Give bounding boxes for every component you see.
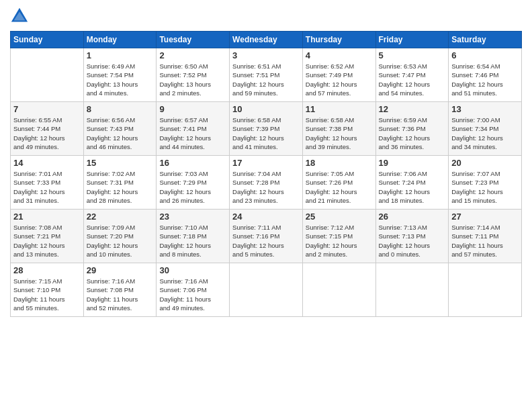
day-info: Sunrise: 6:51 AM Sunset: 7:51 PM Dayligh… — [232, 62, 300, 97]
calendar-cell — [302, 263, 375, 317]
calendar-cell: 30Sunrise: 7:16 AM Sunset: 7:06 PM Dayli… — [157, 263, 230, 317]
day-number: 6 — [451, 50, 519, 60]
day-number: 2 — [159, 50, 226, 60]
calendar-cell: 1Sunrise: 6:49 AM Sunset: 7:54 PM Daylig… — [83, 48, 157, 102]
calendar-header-monday: Monday — [83, 32, 157, 48]
calendar-cell: 11Sunrise: 6:58 AM Sunset: 7:38 PM Dayli… — [302, 102, 375, 156]
day-info: Sunrise: 7:11 AM Sunset: 7:16 PM Dayligh… — [232, 223, 300, 259]
day-number: 27 — [451, 212, 519, 222]
day-number: 25 — [306, 212, 373, 222]
day-number: 13 — [451, 104, 519, 114]
logo — [10, 7, 32, 26]
calendar-cell: 13Sunrise: 7:00 AM Sunset: 7:34 PM Dayli… — [449, 102, 522, 156]
day-number: 24 — [232, 212, 300, 222]
day-info: Sunrise: 7:14 AM Sunset: 7:11 PM Dayligh… — [451, 223, 519, 259]
calendar-week-4: 21Sunrise: 7:08 AM Sunset: 7:21 PM Dayli… — [11, 210, 522, 263]
calendar-cell: 15Sunrise: 7:02 AM Sunset: 7:31 PM Dayli… — [83, 156, 157, 210]
day-number: 28 — [13, 265, 81, 275]
calendar-cell: 12Sunrise: 6:59 AM Sunset: 7:36 PM Dayli… — [375, 102, 449, 156]
calendar-cell — [11, 48, 84, 102]
calendar: SundayMondayTuesdayWednesdayThursdayFrid… — [10, 31, 522, 317]
calendar-cell: 21Sunrise: 7:08 AM Sunset: 7:21 PM Dayli… — [11, 210, 84, 263]
day-info: Sunrise: 7:10 AM Sunset: 7:18 PM Dayligh… — [159, 223, 226, 259]
calendar-cell: 10Sunrise: 6:58 AM Sunset: 7:39 PM Dayli… — [230, 102, 303, 156]
day-number: 8 — [87, 104, 154, 114]
calendar-week-2: 7Sunrise: 6:55 AM Sunset: 7:44 PM Daylig… — [11, 102, 522, 156]
day-info: Sunrise: 7:06 AM Sunset: 7:24 PM Dayligh… — [379, 169, 446, 205]
day-info: Sunrise: 6:55 AM Sunset: 7:44 PM Dayligh… — [13, 116, 81, 151]
day-number: 23 — [159, 212, 226, 222]
day-info: Sunrise: 7:03 AM Sunset: 7:29 PM Dayligh… — [159, 169, 226, 205]
calendar-cell — [449, 263, 522, 317]
calendar-header-row: SundayMondayTuesdayWednesdayThursdayFrid… — [11, 32, 522, 48]
day-number: 16 — [159, 158, 226, 168]
calendar-week-1: 1Sunrise: 6:49 AM Sunset: 7:54 PM Daylig… — [11, 48, 522, 102]
day-info: Sunrise: 6:59 AM Sunset: 7:36 PM Dayligh… — [379, 116, 446, 151]
day-number: 12 — [379, 104, 446, 114]
calendar-cell: 17Sunrise: 7:04 AM Sunset: 7:28 PM Dayli… — [230, 156, 303, 210]
day-info: Sunrise: 7:09 AM Sunset: 7:20 PM Dayligh… — [87, 223, 154, 259]
calendar-cell: 29Sunrise: 7:16 AM Sunset: 7:08 PM Dayli… — [83, 263, 157, 317]
day-info: Sunrise: 7:05 AM Sunset: 7:26 PM Dayligh… — [306, 169, 373, 205]
day-info: Sunrise: 6:56 AM Sunset: 7:43 PM Dayligh… — [87, 116, 154, 151]
calendar-header-friday: Friday — [375, 32, 449, 48]
day-info: Sunrise: 7:02 AM Sunset: 7:31 PM Dayligh… — [87, 169, 154, 205]
logo-icon — [10, 7, 29, 26]
day-number: 1 — [87, 50, 154, 60]
calendar-cell: 4Sunrise: 6:52 AM Sunset: 7:49 PM Daylig… — [302, 48, 375, 102]
calendar-header-tuesday: Tuesday — [157, 32, 230, 48]
day-number: 18 — [306, 158, 373, 168]
day-number: 20 — [451, 158, 519, 168]
day-info: Sunrise: 7:01 AM Sunset: 7:33 PM Dayligh… — [13, 169, 81, 205]
day-info: Sunrise: 6:53 AM Sunset: 7:47 PM Dayligh… — [379, 62, 446, 97]
day-info: Sunrise: 6:50 AM Sunset: 7:52 PM Dayligh… — [159, 62, 226, 97]
day-info: Sunrise: 7:12 AM Sunset: 7:15 PM Dayligh… — [306, 223, 373, 259]
day-info: Sunrise: 7:13 AM Sunset: 7:13 PM Dayligh… — [379, 223, 446, 259]
day-number: 3 — [232, 50, 300, 60]
calendar-cell: 25Sunrise: 7:12 AM Sunset: 7:15 PM Dayli… — [302, 210, 375, 263]
calendar-header-saturday: Saturday — [449, 32, 522, 48]
calendar-header-thursday: Thursday — [302, 32, 375, 48]
day-number: 14 — [13, 158, 81, 168]
day-number: 21 — [13, 212, 81, 222]
day-info: Sunrise: 7:08 AM Sunset: 7:21 PM Dayligh… — [13, 223, 81, 259]
calendar-cell: 6Sunrise: 6:54 AM Sunset: 7:46 PM Daylig… — [449, 48, 522, 102]
calendar-cell: 2Sunrise: 6:50 AM Sunset: 7:52 PM Daylig… — [157, 48, 230, 102]
day-info: Sunrise: 6:58 AM Sunset: 7:38 PM Dayligh… — [306, 116, 373, 151]
day-number: 22 — [87, 212, 154, 222]
day-info: Sunrise: 7:16 AM Sunset: 7:08 PM Dayligh… — [87, 277, 154, 312]
calendar-cell: 8Sunrise: 6:56 AM Sunset: 7:43 PM Daylig… — [83, 102, 157, 156]
day-info: Sunrise: 6:49 AM Sunset: 7:54 PM Dayligh… — [87, 62, 154, 97]
calendar-cell: 18Sunrise: 7:05 AM Sunset: 7:26 PM Dayli… — [302, 156, 375, 210]
day-info: Sunrise: 7:15 AM Sunset: 7:10 PM Dayligh… — [13, 277, 81, 312]
calendar-cell — [375, 263, 449, 317]
day-info: Sunrise: 7:07 AM Sunset: 7:23 PM Dayligh… — [451, 169, 519, 205]
day-number: 4 — [306, 50, 373, 60]
calendar-header-sunday: Sunday — [11, 32, 84, 48]
calendar-cell: 28Sunrise: 7:15 AM Sunset: 7:10 PM Dayli… — [11, 263, 84, 317]
calendar-cell: 5Sunrise: 6:53 AM Sunset: 7:47 PM Daylig… — [375, 48, 449, 102]
day-number: 26 — [379, 212, 446, 222]
calendar-cell: 7Sunrise: 6:55 AM Sunset: 7:44 PM Daylig… — [11, 102, 84, 156]
calendar-cell: 16Sunrise: 7:03 AM Sunset: 7:29 PM Dayli… — [157, 156, 230, 210]
day-info: Sunrise: 6:52 AM Sunset: 7:49 PM Dayligh… — [306, 62, 373, 97]
calendar-cell: 3Sunrise: 6:51 AM Sunset: 7:51 PM Daylig… — [230, 48, 303, 102]
calendar-cell: 19Sunrise: 7:06 AM Sunset: 7:24 PM Dayli… — [375, 156, 449, 210]
calendar-header-wednesday: Wednesday — [230, 32, 303, 48]
day-number: 19 — [379, 158, 446, 168]
day-number: 17 — [232, 158, 300, 168]
day-info: Sunrise: 6:54 AM Sunset: 7:46 PM Dayligh… — [451, 62, 519, 97]
header — [10, 7, 522, 26]
calendar-cell — [230, 263, 303, 317]
day-number: 10 — [232, 104, 300, 114]
calendar-cell: 14Sunrise: 7:01 AM Sunset: 7:33 PM Dayli… — [11, 156, 84, 210]
calendar-week-3: 14Sunrise: 7:01 AM Sunset: 7:33 PM Dayli… — [11, 156, 522, 210]
day-info: Sunrise: 7:16 AM Sunset: 7:06 PM Dayligh… — [159, 277, 226, 312]
calendar-cell: 24Sunrise: 7:11 AM Sunset: 7:16 PM Dayli… — [230, 210, 303, 263]
calendar-week-5: 28Sunrise: 7:15 AM Sunset: 7:10 PM Dayli… — [11, 263, 522, 317]
calendar-cell: 22Sunrise: 7:09 AM Sunset: 7:20 PM Dayli… — [83, 210, 157, 263]
day-number: 30 — [159, 265, 226, 275]
day-number: 11 — [306, 104, 373, 114]
day-number: 29 — [87, 265, 154, 275]
day-number: 15 — [87, 158, 154, 168]
